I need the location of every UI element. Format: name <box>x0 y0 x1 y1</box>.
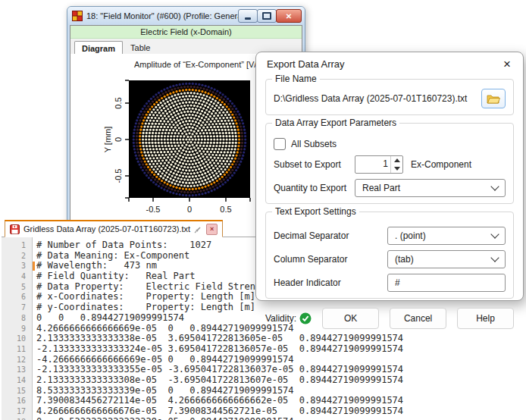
editor-tab-close-icon: × <box>210 226 214 233</box>
line-text: 0 8.5333333333333339e-05 0.8944271909999… <box>26 417 294 420</box>
svg-text:-0.5: -0.5 <box>114 169 123 183</box>
line-text: # Field Quantity: Real Part <box>26 271 196 282</box>
line-number: 16 <box>2 396 26 406</box>
decimal-separator-value: . (point) <box>395 230 492 241</box>
filename-group-label: File Name <box>272 74 320 84</box>
line-number: 9 <box>2 324 26 334</box>
window-title: 18: "Field Monitor" (#600) (Profile: Gen… <box>86 11 239 20</box>
line-number: 4 <box>2 271 26 282</box>
editor-tab-title: Gridless Data Array (2025-07-01T160723).… <box>23 224 190 234</box>
line-text: -4.2666666666666669e-05 0 0.894427190999… <box>26 355 294 365</box>
header-indicator-label: Header Indicator <box>274 277 387 288</box>
editor-line: 174.2666666666666676e-05 7.3900834456272… <box>2 406 440 417</box>
subset-component-label: Ex-Component <box>411 159 471 170</box>
svg-text:0: 0 <box>187 205 192 214</box>
tab-table[interactable]: Table <box>123 40 158 54</box>
editor-line: 167.3900834456272114e-05 4.2666666666666… <box>2 396 440 406</box>
close-button[interactable]: ✕ <box>276 9 302 23</box>
quantity-value: Real Part <box>362 183 492 193</box>
line-number: 12 <box>2 355 26 365</box>
line-text: # Data Property: Electric Field Strength <box>26 282 272 293</box>
dialog-title: Export Data Array <box>267 58 502 70</box>
quantity-label: Quantity to Export <box>274 183 355 193</box>
cancel-button[interactable]: Cancel <box>390 308 446 329</box>
line-text: 0 0 0.89442719099991574 <box>26 313 184 324</box>
line-number: 3 <box>2 261 26 271</box>
fm-subtitle-text: Electric Field (x-Domain) <box>140 27 231 36</box>
spinner-down-icon <box>394 167 400 171</box>
maximize-button[interactable] <box>257 9 277 23</box>
svg-text:-0.5: -0.5 <box>146 205 161 214</box>
spinner-down-button[interactable] <box>391 165 402 173</box>
pin-icon[interactable] <box>194 225 202 234</box>
editor-line: 102.1333333333333338e-05 3.6950417228136… <box>2 334 440 344</box>
subset-spinner[interactable]: 1 <box>355 155 403 174</box>
line-number: 18 <box>2 417 26 420</box>
editor-tab-close-button[interactable]: × <box>206 224 218 235</box>
line-number: 13 <box>2 365 26 375</box>
app-icon <box>72 11 83 21</box>
line-text: # y-Coordinates: Property: Length [m] <box>26 302 255 313</box>
chevron-down-icon <box>490 253 499 262</box>
fm-titlebar[interactable]: 18: "Field Monitor" (#600) (Profile: Gen… <box>67 7 305 25</box>
quantity-dropdown[interactable]: Real Part <box>355 179 506 197</box>
settings-group: Text Export Settings Decimal Separator .… <box>265 212 514 299</box>
spinner-up-button[interactable] <box>391 156 402 165</box>
line-number: 6 <box>2 292 26 302</box>
line-number: 15 <box>2 386 26 396</box>
svg-text:0.5: 0.5 <box>220 205 231 214</box>
decimal-separator-label: Decimal Separator <box>274 230 387 241</box>
params-group-label: Data Array Export Parameters <box>272 118 399 128</box>
ok-button[interactable]: OK <box>322 308 379 329</box>
svg-text:0.5: 0.5 <box>114 97 123 108</box>
line-text: 4.2666666666666669e-05 0 0.8944271909999… <box>26 324 294 334</box>
header-indicator-value: # <box>395 277 498 288</box>
dialog-close-icon: × <box>503 57 511 71</box>
line-number: 10 <box>2 334 26 344</box>
all-subsets-label: All Subsets <box>291 139 337 149</box>
subset-spinner-value: 1 <box>355 156 390 173</box>
export-dialog: Export Data Array × File Name D:\Gridles… <box>255 52 524 301</box>
line-number: 2 <box>2 251 26 262</box>
chevron-down-icon <box>490 182 499 190</box>
line-number: 8 <box>2 313 26 324</box>
filename-path[interactable]: D:\Gridless Data Array (2025-07-01T16072… <box>274 93 481 104</box>
all-subsets-checkbox[interactable] <box>274 138 286 150</box>
line-number: 17 <box>2 406 26 417</box>
editor-line: 180 8.5333333333333339e-05 0.89442719099… <box>2 417 440 420</box>
filename-group: File Name D:\Gridless Data Array (2025-0… <box>265 79 514 115</box>
column-separator-value: (tab) <box>395 254 492 265</box>
header-indicator-input[interactable]: # <box>387 274 506 292</box>
editor-line: 158.5333333333333339e-05 0 0.89442719099… <box>2 386 440 396</box>
decimal-separator-dropdown[interactable]: . (point) <box>387 227 506 245</box>
line-text: 8.5333333333333339e-05 0 0.8944271909999… <box>26 386 294 396</box>
tab-diagram[interactable]: Diagram <box>74 41 123 55</box>
editor-line: 11-2.1333333333333324e-05 3.695041722813… <box>2 344 440 355</box>
line-text: 2.1333333333333308e-05 -3.69504172281360… <box>26 375 403 386</box>
minimize-button[interactable] <box>238 9 258 23</box>
help-button[interactable]: Help <box>457 308 514 329</box>
browse-button[interactable] <box>481 89 506 108</box>
editor-line: 13-2.1333333333333355e-05 -3.69504172281… <box>2 365 440 375</box>
line-number: 7 <box>2 302 26 313</box>
dialog-footer: Validity: OK Cancel Help <box>265 308 514 329</box>
minimize-icon <box>245 17 251 20</box>
line-text: -2.1333333333333355e-05 -3.6950417228136… <box>26 365 403 375</box>
line-text: # Wavelength: 473 nm <box>26 261 157 271</box>
line-number: 11 <box>2 344 26 355</box>
line-text: 4.2666666666666676e-05 7.39008344562721e… <box>26 406 403 417</box>
svg-text:0: 0 <box>114 137 123 142</box>
line-text: # Data Meaning: Ex-Component <box>26 251 189 262</box>
dialog-close-button[interactable]: × <box>502 59 512 70</box>
column-separator-label: Column Separator <box>274 254 387 265</box>
svg-text:Y [mm]: Y [mm] <box>103 127 112 153</box>
column-separator-dropdown[interactable]: (tab) <box>387 250 506 268</box>
settings-group-label: Text Export Settings <box>272 206 359 217</box>
spinner-up-icon <box>394 158 400 162</box>
line-number: 14 <box>2 375 26 386</box>
line-text: # Number of Data Points: 1027 <box>26 240 211 251</box>
editor-tab[interactable]: Gridless Data Array (2025-07-01T160723).… <box>5 220 223 237</box>
floppy-save-icon <box>10 224 20 234</box>
maximize-icon <box>262 12 271 20</box>
line-text: 2.1333333333333338e-05 3.695041722813605… <box>26 334 403 344</box>
